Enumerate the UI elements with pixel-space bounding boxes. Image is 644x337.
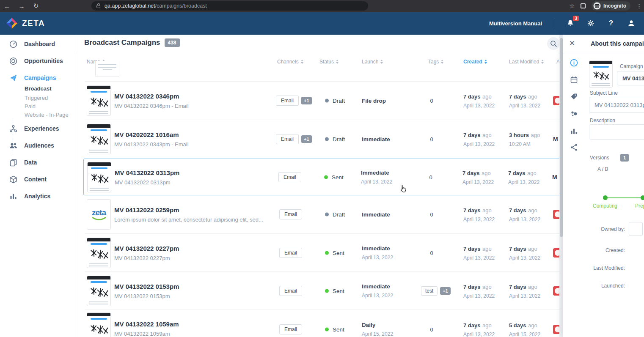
status-cell: Draft [325, 136, 345, 142]
tag-extra-badge[interactable]: +1 [440, 287, 451, 295]
campaign-title[interactable]: MV 04132022 0259pm [114, 206, 275, 214]
status-dot [325, 213, 329, 216]
bell-icon[interactable]: 3 [565, 18, 575, 28]
modified-cell: 7 days agoApril 13, 2022 [509, 245, 556, 261]
close-icon[interactable]: ✕ [569, 39, 575, 48]
address-bar[interactable]: qa.app.zetaglobal.net/campaigns/broadcas… [91, 1, 368, 11]
asset-text: M [552, 174, 557, 181]
created-cell: 7 days agoApril 13, 2022 [463, 93, 510, 109]
sidebar-item-opportunities[interactable]: Opportunities [0, 53, 76, 68]
table-row[interactable]: MV 04132022 0153pm MV 04132022 0153pm Em… [85, 272, 559, 310]
channel-extra-badge[interactable]: +1 [301, 135, 312, 143]
campaign-name-field[interactable]: MV 04132022 0313pm [617, 71, 644, 85]
sidebar-item-content[interactable]: Content [0, 172, 76, 187]
created-cell: 7 days agoApril 13, 2022 [463, 131, 510, 147]
sidebar-item-data[interactable]: Data [0, 155, 76, 170]
campaign-subtitle: MV 04132022 0153pm [114, 293, 275, 299]
campaign-title[interactable]: MV 04202022 1016am [114, 131, 275, 138]
incognito-badge: Incognito [592, 1, 630, 11]
subject-line-label: Subject Line [590, 90, 618, 96]
owner-avatar[interactable] [629, 222, 643, 236]
browser-menu-icon[interactable]: ⋮ [636, 5, 641, 7]
app-window: { "browser": { "url_domain": "qa.app.zet… [0, 0, 644, 337]
channels-cell: Email [279, 324, 302, 334]
sidebar-item-experiences[interactable]: Experiences [0, 121, 76, 136]
campaign-thumbnail [87, 124, 111, 154]
launch-cell: ImmediateApril 13, 2022 [361, 170, 416, 185]
campaign-title[interactable]: MV 04132022 1059am [114, 321, 275, 328]
sidebar-item-triggered[interactable]: Triggered [25, 93, 48, 102]
campaign-title[interactable]: MV 04132022 0153pm [114, 282, 275, 290]
cube-icon [9, 175, 17, 184]
table-row[interactable]: MV 04132022 0346pm MV 04132022 0346pm - … [85, 82, 559, 120]
table-row-selected[interactable]: MV 04132022 0313pm MV 04132022 0313pm Em… [83, 159, 561, 195]
description-field[interactable] [589, 124, 644, 140]
created-cell: 7 days agoApril 13, 2022 [462, 169, 509, 185]
share-icon[interactable] [570, 143, 578, 151]
tag-icon[interactable] [570, 92, 578, 101]
workspace-name[interactable]: Multiversion Manual [489, 20, 542, 27]
bubbles-icon[interactable] [570, 109, 578, 118]
launch-cell: ImmediateApril 13, 2022 [362, 283, 417, 299]
calendar-icon[interactable] [570, 75, 578, 84]
zeta-logo[interactable]: ZETA [0, 17, 45, 29]
table-row-partial[interactable] [85, 56, 559, 82]
sidebar-item-website-inpage[interactable]: Website - In-Page [25, 110, 69, 119]
divider [555, 18, 555, 28]
sidebar-item-audiences[interactable]: Audiences [0, 138, 76, 153]
bookmark-star-icon[interactable]: ☆ [569, 3, 575, 9]
versions-label: Versions [590, 155, 609, 161]
campaign-title[interactable]: MV 04132022 0346pm [114, 93, 275, 100]
search-button[interactable] [547, 37, 560, 50]
campaign-title[interactable]: MV 04132022 0313pm [115, 169, 275, 176]
profile-icon[interactable] [626, 18, 636, 28]
help-icon[interactable]: ? [606, 18, 616, 28]
table-row[interactable]: zeta MV 04132022 0259pm Lorem ipsum dolo… [85, 195, 559, 234]
side-panel-icon[interactable] [581, 3, 586, 8]
sidebar-item-analytics[interactable]: Analytics [0, 189, 76, 204]
campaign-subtitle: MV 04132022 1059am [114, 331, 275, 337]
campaign-thumbnail [87, 312, 111, 337]
channel-badge: Email [279, 209, 302, 219]
sidebar-item-paid[interactable]: Paid [25, 101, 36, 111]
campaign-title[interactable]: MV 04132022 0227pm [114, 244, 275, 252]
zeta-diamond-icon [6, 17, 18, 29]
modified-cell: 5 days agoApril 15, 2022 [509, 321, 556, 337]
reload-icon[interactable]: ↻ [29, 2, 43, 10]
back-icon[interactable]: ← [0, 3, 14, 10]
subject-line-field[interactable]: MV 04132022 0313pm [589, 97, 644, 113]
divider [76, 53, 563, 53]
vertical-scrollbar[interactable] [559, 35, 563, 337]
sidebar-item-dashboard[interactable]: Dashboard [0, 36, 76, 52]
tag-badge[interactable]: test [421, 286, 438, 296]
launch-cell: Immediate [362, 211, 417, 218]
step-label-computing: Computing [593, 203, 617, 209]
info-icon[interactable] [570, 58, 578, 67]
campaign-name-cell: MV 04202022 1016am MV 04132022 0343pm - … [114, 131, 275, 147]
campaign-name-cell: MV 04132022 0259pm Lorem ipsum dolor sit… [114, 206, 275, 223]
step-label-preparing: Preparing [635, 203, 644, 209]
campaign-name-cell: MV 04132022 0153pm MV 04132022 0153pm [114, 282, 275, 299]
scrollbar-thumb[interactable] [560, 38, 563, 237]
campaign-thumbnail [95, 61, 119, 77]
forward-icon[interactable]: → [14, 3, 29, 10]
chart-icon[interactable] [570, 127, 578, 135]
modified-cell: 7 days agoApril 13, 2022 [509, 206, 556, 222]
owned-by-label: Owned by: [601, 226, 625, 232]
table-row[interactable]: MV 04132022 0227pm MV 04132022 0227pm Em… [85, 234, 559, 272]
table-row[interactable]: MV 04202022 1016am MV 04132022 0343pm - … [85, 120, 559, 158]
table-row[interactable]: MV 04132022 1059am MV 04132022 1059am Em… [85, 310, 559, 337]
progress-line [605, 197, 643, 198]
channel-extra-badge[interactable]: +1 [301, 97, 312, 104]
campaign-subtitle: Lorem ipsum dolor sit amet, consectetur … [114, 216, 275, 223]
sidebar-item-campaigns[interactable]: Campaigns [0, 70, 76, 85]
created-cell: 7 days agoApril 13, 2022 [463, 321, 510, 337]
zeta-swoosh [91, 216, 107, 221]
gear-icon[interactable] [586, 18, 596, 28]
status-dot [325, 289, 329, 293]
channel-badge: Email [278, 172, 301, 182]
tags-cell: 0 [422, 249, 441, 256]
campaign-list-main: Broadcast Campaigns 438 Name Channels St… [76, 35, 563, 337]
gauge-icon [9, 40, 17, 48]
sidebar-item-broadcast[interactable]: Broadcast [25, 84, 52, 93]
